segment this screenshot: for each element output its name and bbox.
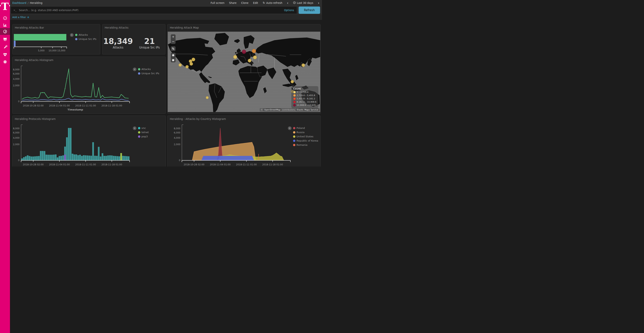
map-legend-dot [293,97,296,100]
svg-text:4,000: 4,000 [13,78,20,80]
refresh-button[interactable]: Refresh [298,7,320,14]
legend-item[interactable]: Republic of Korea [293,139,318,142]
logo-t: T [1,3,9,16]
wrench-icon [3,45,7,49]
legend-label: Russia [296,131,304,134]
map-marker-yellow [233,55,237,59]
sidebar-item-discover[interactable] [0,15,10,22]
legend-title: Count [293,88,316,90]
legend-toggle-icon[interactable]: › [70,33,74,37]
legend-item[interactable]: Unique Src IPs [75,38,96,41]
bar-chart-icon [3,23,7,27]
world-map[interactable]: + − Count 3 – 2,729.42,729.4 – 5,455.85,… [168,32,320,112]
legend-item[interactable]: Poland [293,127,318,130]
legend-label: Unique Src IPs [78,38,96,41]
time-forward-chevron[interactable]: › [318,1,319,5]
search-bar-row: >_ Options Refresh [10,6,322,15]
metric-value: 18,349 [102,37,134,46]
legend-color-dot [75,38,78,40]
sidebar-item-devtools[interactable] [0,43,10,50]
map-marker-orange [252,49,256,53]
time-back-chevron[interactable]: ‹ [287,1,288,5]
sidebar-item-tpot[interactable] [0,36,10,43]
openstreetmap-link[interactable]: OpenStreetMap [264,109,281,111]
legend-label: Attacks [78,33,88,36]
svg-text:2018-11-18 01:00: 2018-11-18 01:00 [262,163,283,166]
panel-title: Heralding - Attacks by Country Histogram [168,116,320,120]
sidebar-item-management[interactable] [0,58,10,65]
svg-text:6,000: 6,000 [13,73,20,75]
panel-attacks-bar: Heralding Attacks Bar 5,00010,00015,000 … [12,24,100,55]
svg-text:4,000: 4,000 [174,137,180,139]
plus-icon: + [27,16,30,19]
legend-item[interactable]: vnc [138,127,149,130]
full-screen-button[interactable]: Full screen [211,1,224,5]
svg-text:2,000: 2,000 [174,143,180,146]
sidebar-item-dashboard[interactable] [0,28,10,35]
map-legend-item: 5,455.8 – 8,182.2 [293,97,316,100]
legend-toggle-icon[interactable]: › [133,68,136,71]
add-filter-link[interactable]: Add a filter+ [12,16,29,19]
legend-item[interactable]: Attacks [75,33,96,36]
legend-toggle-icon[interactable]: › [133,126,136,130]
share-button[interactable]: Share [229,1,236,5]
legend-item[interactable]: United States [293,135,318,138]
dashboard-grid: Heralding Attacks Bar 5,00010,00015,000 … [10,20,322,167]
legend: ›vnctelnetpop3 [133,126,149,138]
svg-text:2018-11-04 01:00: 2018-11-04 01:00 [49,104,70,107]
metric-attacks: 18,349 Attacks [102,37,134,49]
legend-color-dot [293,140,295,142]
refresh-cycle-icon: ↻ [263,1,265,5]
breadcrumb-dashboard-link[interactable]: Dashboard [12,1,26,5]
map-legend-label: 8,182.2 – 10,908.6 [297,101,316,103]
map-attribution: © OpenStreetMap contributors, Elastic Ma… [260,108,320,111]
legend-color-dot [138,127,140,129]
legend-item[interactable]: Attacks [138,68,159,71]
clone-button[interactable]: Clone [241,1,248,5]
panel-title: Heralding Attack Map [168,24,320,29]
svg-text:2018-11-04 01:00: 2018-11-04 01:00 [49,163,70,166]
auto-refresh-button[interactable]: ↻Auto-refresh [263,1,282,5]
map-legend-item: 10,908.6 – 13,635 [293,104,316,107]
clock-icon [293,1,296,5]
telekom-logo[interactable]: T [0,0,10,16]
top-nav: Dashboard / Heralding Full screen Share … [10,0,322,6]
legend-color-dot [293,135,295,138]
metric-label: Attacks [102,46,134,49]
map-legend-dot [293,101,296,103]
legend-item[interactable]: Romania [293,143,318,146]
legend-color-dot [138,72,140,75]
svg-text:2,000: 2,000 [13,143,20,146]
panel-title: Heralding Attacks [102,24,165,29]
logo-square-left [0,5,1,6]
sidebar: T [0,0,10,167]
sidebar-item-monitoring[interactable] [0,51,10,58]
crop-icon[interactable] [171,46,176,51]
compass-icon [3,16,7,20]
legend-item[interactable]: Russia [293,131,318,134]
zoom-out-button[interactable]: − [171,39,176,44]
elastic-maps-link[interactable]: Elastic Maps Service [296,109,319,111]
legend-item[interactable]: pop3 [138,135,149,138]
svg-text:2018-11-11 01:00: 2018-11-11 01:00 [236,163,257,166]
legend-item[interactable]: Unique Src IPs [138,72,159,75]
svg-text:15,000: 15,000 [57,49,65,52]
map-marker-yellow [179,63,182,67]
svg-text:2018-11-11 01:00: 2018-11-11 01:00 [75,104,96,107]
rectangle-draw-icon[interactable] [171,58,176,62]
legend-label: Attacks [142,68,151,71]
legend-color-dot [293,127,295,129]
map-legend-label: 3 – 2,729.4 [297,91,308,93]
map-marker-yellow [290,80,294,84]
legend-toggle-icon[interactable]: › [288,126,292,130]
options-link[interactable]: Options [284,9,294,12]
time-range-picker[interactable]: Last 30 days [293,1,314,5]
edit-button[interactable]: Edit [253,1,258,5]
zoom-in-button[interactable]: + [171,34,176,39]
sidebar-item-visualize[interactable] [0,22,10,28]
breadcrumb-separator: / [28,1,28,5]
svg-text:6,000: 6,000 [13,131,20,134]
polygon-draw-icon[interactable] [171,53,176,58]
legend-item[interactable]: telnet [138,131,149,134]
search-input[interactable] [18,9,282,12]
